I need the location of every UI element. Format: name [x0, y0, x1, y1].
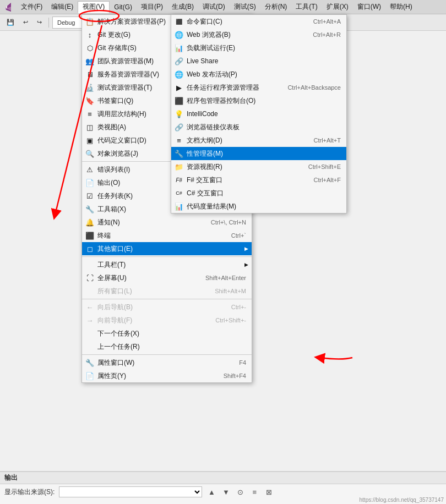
menu-other-windows[interactable]: ◻ 其他窗口(E) — [82, 242, 252, 255]
fsharp-icon: F# — [173, 177, 184, 183]
watermark: https://blog.csdn.net/qq_35737147 — [360, 497, 444, 503]
output-clear[interactable]: ⊙ — [235, 487, 245, 497]
menubar-item-edit[interactable]: 编辑(E) — [47, 1, 78, 13]
menubar-item-tools[interactable]: 工具(T) — [291, 1, 322, 13]
output-source-dropdown[interactable] — [59, 486, 202, 497]
test-explorer-icon: 🔬 — [84, 84, 95, 92]
git-repo-icon: ⬡ — [84, 44, 95, 52]
output-scroll-up[interactable]: ▲ — [206, 487, 216, 497]
web-browser-icon: 🌐 — [173, 31, 184, 39]
menu-notifications[interactable]: 🔔 通知(N) Ctrl+\, Ctrl+N — [82, 216, 252, 229]
terminal-icon: ⬛ — [84, 232, 95, 240]
notifications-icon: 🔔 — [84, 218, 95, 227]
menu-web-publish[interactable]: 🌐 Web 发布活动(P) — [171, 68, 346, 81]
menu-resource-view[interactable]: 📁 资源视图(R) Ctrl+Shift+E — [171, 160, 346, 173]
output-header: 输出 — [0, 472, 446, 484]
menu-prev-task[interactable]: 上一个任务(R) — [82, 340, 252, 353]
bookmark-icon: 🔖 — [84, 97, 95, 105]
menu-csharp[interactable]: C# C# 交互窗口 — [171, 187, 346, 200]
error-list-icon: ⚠ — [84, 166, 95, 174]
vs-logo — [2, 1, 14, 13]
call-hierarchy-icon: ≡ — [84, 110, 95, 118]
menubar-item-extensions[interactable]: 扩展(X) — [322, 1, 353, 13]
class-view-icon: ◫ — [84, 123, 95, 132]
menu-code-metrics[interactable]: 📊 代码度量结果(M) — [171, 200, 346, 213]
other-windows-submenu: ⬛ 命令窗口(C) Ctrl+Alt+A 🌐 Web 浏览器(B) Ctrl+A… — [171, 14, 347, 213]
menubar-item-window[interactable]: 窗口(W) — [353, 1, 385, 13]
menu-web-browser[interactable]: 🌐 Web 浏览器(B) Ctrl+Alt+R — [171, 28, 346, 41]
menu-terminal[interactable]: ⬛ 终端 Ctrl+` — [82, 229, 252, 242]
menu-package-manager[interactable]: ⬛ 程序包管理器控制台(O) — [171, 94, 346, 107]
menu-all-windows[interactable]: 所有窗口(L) Shift+Alt+M — [82, 284, 252, 298]
menu-sep4 — [82, 354, 252, 355]
menubar-item-view[interactable]: 视图(V) — [78, 1, 110, 13]
menu-property-pages[interactable]: 📄 属性页(Y) Shift+F4 — [82, 369, 252, 382]
command-window-icon: ⬛ — [173, 19, 184, 25]
output-icon: 📄 — [84, 179, 95, 187]
menu-load-test[interactable]: 📊 负载测试运行(E) — [171, 41, 346, 54]
resource-view-icon: 📁 — [173, 163, 184, 171]
document-outline-icon: ≡ — [173, 136, 184, 145]
git-changes-icon: ↕ — [84, 31, 95, 39]
menu-command-window[interactable]: ⬛ 命令窗口(C) Ctrl+Alt+A — [171, 15, 346, 28]
menu-sep3 — [82, 299, 252, 299]
menu-task-runner[interactable]: ▶ 任务运行程序资源管理器 Ctrl+Alt+Backsapce — [171, 81, 346, 94]
load-test-icon: 📊 — [173, 44, 184, 52]
menubar-item-test[interactable]: 测试(S) — [230, 1, 260, 13]
task-runner-icon: ▶ — [173, 84, 184, 92]
package-manager-icon: ⬛ — [173, 97, 184, 105]
web-publish-icon: 🌐 — [173, 70, 184, 79]
menu-nav-back[interactable]: ← 向后导航(B) Ctrl+- — [82, 300, 252, 314]
menubar-item-git[interactable]: Git(G) — [110, 1, 137, 13]
task-list-icon: ☑ — [84, 192, 95, 200]
object-browser-icon: 🔍 — [84, 150, 95, 158]
browser-link-icon: 🔗 — [173, 123, 184, 132]
menubar-item-help[interactable]: 帮助(H) — [385, 1, 417, 13]
menubar-item-build[interactable]: 生成(B) — [167, 1, 198, 13]
live-share-icon: 🔗 — [173, 57, 184, 65]
code-definition-icon: ▣ — [84, 136, 95, 145]
menu-next-task[interactable]: 下一个任务(X) — [82, 327, 252, 340]
menubar-item-debug[interactable]: 调试(D) — [198, 1, 230, 13]
toolbar-redo-btn[interactable]: ↪ — [34, 16, 45, 29]
properties-window-icon: 🔧 — [84, 359, 95, 367]
menu-sep2 — [82, 256, 252, 257]
menu-fsharp[interactable]: F# F# 交互窗口 Ctrl+Alt+F — [171, 173, 346, 187]
menubar-item-file[interactable]: 文件(F) — [17, 1, 47, 13]
other-windows-icon: ◻ — [84, 245, 95, 253]
menubar-item-analyze[interactable]: 分析(N) — [260, 1, 292, 13]
nav-forward-icon: → — [84, 316, 95, 325]
team-explorer-icon: 👥 — [84, 57, 95, 65]
menu-toolbar[interactable]: 工具栏(T) — [82, 258, 252, 271]
output-wrap[interactable]: ≡ — [249, 487, 259, 497]
menubar: 文件(F) 编辑(E) 视图(V) Git(G) 项目(P) 生成(B) 调试(… — [0, 0, 446, 14]
menu-nav-forward[interactable]: → 向前导航(F) Ctrl+Shift+- — [82, 314, 252, 327]
output-pin[interactable]: ⊠ — [264, 487, 274, 497]
menu-intellicode[interactable]: 💡 IntelliCode — [171, 107, 346, 120]
toolbar-save-btn[interactable]: 💾 — [3, 16, 18, 29]
code-metrics-icon: 📊 — [173, 202, 184, 211]
menu-nuget[interactable]: 🔧 性管理器(M) — [171, 147, 346, 160]
menu-properties-window[interactable]: 🔧 属性窗口(W) F4 — [82, 356, 252, 369]
fullscreen-icon: ⛶ — [84, 274, 95, 282]
nuget-icon: 🔧 — [173, 150, 184, 158]
menu-browser-link[interactable]: 🔗 浏览器链接仪表板 — [171, 120, 346, 134]
output-title: 输出 — [4, 473, 18, 483]
solution-explorer-icon: 📋 — [84, 18, 95, 26]
toolbox-icon: 🔧 — [84, 205, 95, 213]
server-explorer-icon: 🖥 — [84, 70, 95, 79]
output-scroll-down[interactable]: ▼ — [221, 487, 231, 497]
intellicode-icon: 💡 — [173, 110, 184, 118]
menu-document-outline[interactable]: ≡ 文档大纲(D) Ctrl+Alt+T — [171, 134, 346, 147]
toolbar-undo-btn[interactable]: ↩ — [20, 16, 31, 29]
nav-back-icon: ← — [84, 303, 95, 311]
menubar-item-project[interactable]: 项目(P) — [137, 1, 167, 13]
toolbar-sep1 — [48, 18, 49, 28]
property-pages-icon: 📄 — [84, 372, 95, 380]
csharp-icon: C# — [173, 190, 184, 196]
menu-live-share[interactable]: 🔗 Live Share — [171, 54, 346, 68]
menu-fullscreen[interactable]: ⛶ 全屏幕(U) Shift+Alt+Enter — [82, 271, 252, 284]
output-source-label: 显示输出来源(S): — [4, 487, 55, 497]
